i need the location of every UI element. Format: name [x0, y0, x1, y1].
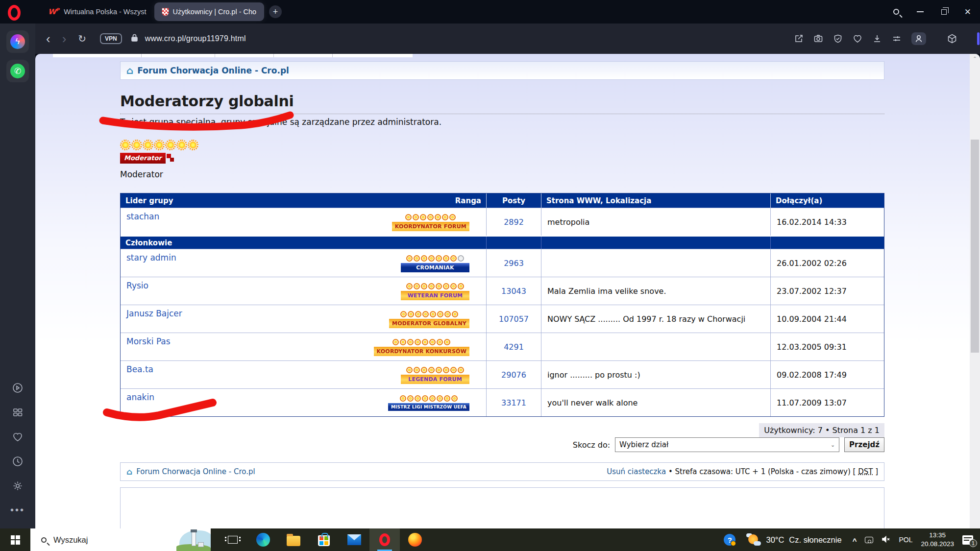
- opera-taskbar-button-active[interactable]: [369, 528, 400, 551]
- member-name-link[interactable]: Janusz Bajcer: [126, 309, 182, 318]
- scroll-up-icon[interactable]: ⌃: [970, 56, 980, 61]
- forum-home-link[interactable]: Forum Chorwacja Online - Cro.pl: [137, 66, 289, 75]
- task-view-button[interactable]: [218, 528, 248, 551]
- tab-wirtualna-polska[interactable]: WP Wirtualna Polska - Wszyst: [40, 2, 154, 21]
- col-www: Strona WWW, Lokalizacja: [541, 193, 770, 208]
- tab-strip: WP Wirtualna Polska - Wszyst Użytkownicy…: [40, 0, 282, 24]
- notification-center-icon[interactable]: 1: [962, 535, 973, 545]
- dst-link[interactable]: DST: [858, 467, 873, 476]
- members-section-header: Członkowie: [121, 236, 884, 249]
- taskbar-search-box[interactable]: [30, 528, 211, 551]
- bookmarks-heart-icon[interactable]: [853, 34, 862, 44]
- restore-button[interactable]: [941, 9, 947, 15]
- footer-home-link[interactable]: Forum Chorwacja Online - Cro.pl: [136, 467, 255, 476]
- location-cell: ignor ......... po prostu :): [541, 361, 770, 388]
- tab-cro-pl-active[interactable]: Użytkownicy | Cro.pl - Cho: [154, 2, 265, 21]
- posts-count-link[interactable]: 33171: [501, 398, 526, 407]
- member-name-link[interactable]: stachan: [126, 212, 159, 221]
- mail-icon: [347, 534, 361, 545]
- go-button[interactable]: Przejdź: [844, 437, 884, 452]
- joined-date-cell: 10.09.2004 21:44: [770, 305, 884, 333]
- edge-icon: [256, 533, 270, 547]
- search-input[interactable]: [52, 535, 150, 545]
- get-help-icon[interactable]: ?: [724, 534, 735, 546]
- tune-settings-icon[interactable]: [892, 34, 902, 44]
- tab-label: Wirtualna Polska - Wszyst: [64, 8, 146, 16]
- page-scrollbar[interactable]: ⌃: [970, 54, 980, 528]
- location-cell: [541, 333, 770, 360]
- extension-cube-icon[interactable]: [947, 33, 957, 44]
- posts-count-link[interactable]: 2963: [504, 259, 524, 268]
- more-ellipsis-icon[interactable]: •••: [10, 504, 25, 516]
- vpn-badge[interactable]: VPN: [100, 33, 122, 44]
- snapshot-camera-icon[interactable]: [813, 34, 823, 44]
- keyboard-language[interactable]: POL: [899, 536, 912, 544]
- back-button-icon[interactable]: ‹: [46, 31, 50, 47]
- address-url[interactable]: www.cro.pl/group11979.html: [145, 34, 246, 43]
- rank-badge-image: WETERAN FORUM: [401, 291, 469, 300]
- posts-count-link[interactable]: 29076: [501, 370, 526, 380]
- member-name-link[interactable]: Rysio: [126, 281, 148, 290]
- history-clock-icon[interactable]: [12, 455, 24, 467]
- search-highlight-lighthouse-image[interactable]: [172, 528, 211, 551]
- settings-gear-icon[interactable]: [12, 480, 24, 492]
- weather-widget[interactable]: 30°C Cz. słonecznie: [746, 533, 841, 546]
- whatsapp-shortcut[interactable]: ✆: [6, 60, 29, 82]
- opera-logo-icon[interactable]: [8, 5, 21, 21]
- send-to-device-icon[interactable]: [794, 34, 804, 44]
- posts-count-link[interactable]: 2892: [504, 217, 524, 227]
- member-name-link[interactable]: Morski Pas: [126, 336, 171, 346]
- moderator-rank-badge: Moderator: [120, 153, 166, 164]
- taskbar-clock[interactable]: 13:35 20.08.2023: [921, 531, 954, 549]
- table-row: Bea.ta LEGENDA FORUM 29076 ignor .......…: [121, 360, 884, 388]
- file-explorer-button[interactable]: [278, 528, 309, 551]
- weather-temp: 30°C: [766, 535, 784, 545]
- jump-to-row: Skocz do: Wybierz dział ⌄ Przejdź: [120, 437, 884, 452]
- member-name-link[interactable]: Bea.ta: [126, 364, 153, 374]
- sidebar-panel-indicator[interactable]: [977, 32, 980, 45]
- posts-count-link[interactable]: 107057: [499, 314, 529, 324]
- profile-avatar-icon[interactable]: [911, 32, 926, 45]
- cast-display-icon[interactable]: [865, 537, 873, 543]
- toolbar-action-icons: [794, 32, 926, 45]
- web-content: ⌂ Forum Chorwacja Online - Cro.pl Modera…: [35, 54, 980, 528]
- titlebar-search-icon[interactable]: [893, 9, 899, 15]
- joined-date-cell: 16.02.2014 14:33: [770, 208, 884, 236]
- messenger-shortcut[interactable]: ϟ: [6, 30, 29, 53]
- reload-button-icon[interactable]: ↻: [78, 33, 86, 45]
- posts-count-link[interactable]: 4291: [504, 342, 524, 352]
- bookmarks-heart-icon[interactable]: [12, 431, 24, 443]
- clock-date: 20.08.2023: [921, 540, 954, 549]
- member-rank: MODERATOR GLOBALNY: [389, 311, 469, 328]
- speed-dial-grid-icon[interactable]: [12, 407, 24, 418]
- minimize-button[interactable]: [917, 11, 924, 12]
- member-name-link[interactable]: stary admin: [126, 253, 176, 263]
- adblock-shield-icon[interactable]: [833, 34, 843, 44]
- table-row: Janusz Bajcer MODERATOR GLOBALNY 107057 …: [121, 305, 884, 333]
- col-leader: Lider grupy: [125, 196, 173, 205]
- downloads-icon[interactable]: [872, 34, 882, 44]
- browser-titlebar: WP Wirtualna Polska - Wszyst Użytkownicy…: [0, 0, 980, 24]
- scrollbar-thumb[interactable]: [971, 140, 979, 353]
- table-row: Rysio WETERAN FORUM 13043 Mala Zemlia im…: [121, 277, 884, 305]
- volume-muted-icon[interactable]: [882, 535, 890, 545]
- posts-count-link[interactable]: 13043: [501, 287, 526, 296]
- start-button[interactable]: [0, 528, 30, 551]
- microsoft-store-button[interactable]: [309, 528, 339, 551]
- player-icon[interactable]: [12, 382, 24, 394]
- close-button[interactable]: ✕: [964, 8, 971, 16]
- edge-taskbar-button[interactable]: [248, 528, 278, 551]
- new-tab-button[interactable]: +: [269, 5, 282, 18]
- tray-expand-icon[interactable]: ^: [853, 537, 857, 545]
- forum-section-select[interactable]: Wybierz dział ⌄: [615, 437, 839, 452]
- taskbar-apps: [218, 528, 430, 551]
- delete-cookies-link[interactable]: Usuń ciasteczka: [607, 467, 666, 476]
- mail-button[interactable]: [339, 528, 369, 551]
- firefox-button[interactable]: [400, 528, 430, 551]
- forward-button-icon[interactable]: ›: [62, 31, 67, 47]
- partly-sunny-icon: [746, 533, 761, 546]
- lock-icon[interactable]: [131, 34, 138, 44]
- opera-icon: [379, 533, 390, 546]
- member-name-link[interactable]: anakin: [126, 392, 154, 402]
- notification-count-badge: 1: [969, 539, 977, 547]
